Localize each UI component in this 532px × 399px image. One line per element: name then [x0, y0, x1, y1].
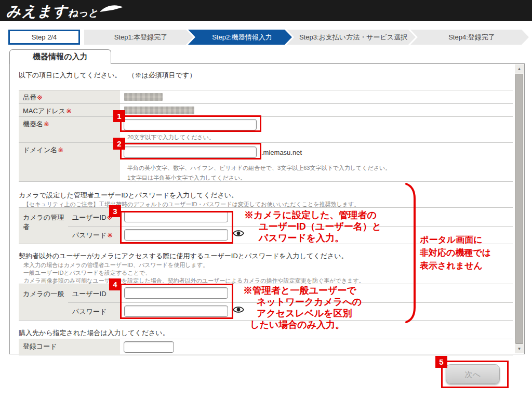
admin-group-label: カメラの管理者 [19, 208, 68, 244]
general-password-input[interactable] [124, 305, 228, 317]
device-name-label: 機器名※ [19, 117, 120, 142]
vertical-scrollbar[interactable]: ▲ ▼ [515, 64, 524, 353]
logo-swoosh-icon [99, 3, 123, 15]
step2-tab-active: Step2:機器情報入力 [188, 30, 292, 45]
required-mark: ※ [44, 120, 49, 128]
domain-helper-2: 1文字目は半角英小文字で入力してください。 [127, 174, 246, 182]
general-password-eye-icon[interactable] [233, 305, 244, 314]
scroll-up-arrow-icon[interactable]: ▲ [515, 64, 524, 73]
model-number-masked-value [124, 93, 163, 101]
step3-tab: Step3:お支払い方法・サービス選択 [287, 30, 416, 45]
step1-tab: Step1:本登録完了 [84, 30, 193, 45]
domain-suffix: .miemasu.net [261, 149, 302, 156]
annotation-badge-2: 2 [113, 138, 125, 150]
table-row-domain-name: ドメイン名※ .miemasu.net 半角の英小文字、数字、ハイフン、ピリオド… [19, 142, 513, 181]
table-row-model-number: 品番※ [19, 90, 513, 103]
general-note-2: 一般ユーザーIDとパスワードを設定することで、 [23, 269, 151, 277]
model-number-label: 品番※ [19, 90, 120, 103]
table-row-reg-code: 登録コード [19, 339, 513, 355]
general-section-heading: 契約者以外のユーザーがカメラにアクセスする際に使用するユーザーIDとパスワードを… [19, 251, 348, 261]
scrollbar-thumb[interactable] [515, 74, 523, 344]
step4-tab: Step4:登録完了 [410, 30, 529, 45]
step-progress-indicator: Step 2/4 [8, 30, 80, 45]
domain-name-input[interactable] [124, 147, 257, 158]
general-group-label: カメラの一般 [19, 284, 68, 320]
general-user-id-input[interactable] [124, 287, 228, 299]
admin-section-heading: カメラで設定した管理者ユーザーIDとパスワードを入力してください。 [19, 191, 238, 200]
device-name-helper: 20文字以下で入力してください。 [127, 134, 215, 141]
next-button[interactable]: 次へ [446, 364, 500, 384]
reg-code-input[interactable] [124, 341, 174, 353]
miemasu-net-logo: みえますねっと [6, 2, 123, 21]
admin-password-input[interactable] [124, 229, 228, 241]
reg-code-label: 登録コード [19, 339, 120, 355]
table-row-mac-address: MACアドレス※ [19, 103, 513, 116]
admin-user-id-input[interactable] [124, 211, 228, 222]
top-header-bar: みえますねっと [0, 0, 532, 21]
domain-helper-1: 半角の英小文字、数字、ハイフン、ピリオドの組合せで、3文字以上63文字以下で入力… [127, 164, 391, 172]
device-info-table: 品番※ MACアドレス※ 機器名※ 20文字以下で入力してください。 ドメイン名… [19, 90, 513, 182]
general-credentials-annotation: ※管理者と一般ユーザーで ネットワークカメラへの アクセスレベルを区別 したい場… [243, 285, 362, 330]
annotation-badge-1: 1 [113, 110, 125, 122]
admin-password-eye-icon[interactable] [233, 229, 244, 237]
logo-text-sub: ねっと [68, 7, 98, 18]
annotation-badge-5: 5 [435, 356, 447, 368]
logo-text-main: みえます [6, 3, 68, 19]
reg-code-table: 登録コード [19, 339, 513, 355]
annotation-bracket [404, 182, 418, 326]
admin-credentials-annotation: ※カメラに設定した、管理者の ユーザーID（ユーザー名）と パスワードを入力。 [244, 209, 381, 244]
step-progress-bar: Step 2/4 Step1:本登録完了 Step2:機器情報入力 Step3:… [8, 30, 529, 45]
general-note-1: 未入力の場合はカメラの管理者ユーザーID、パスワードを使用します。 [23, 261, 208, 269]
device-registration-page: { "header": { "logo_main": "みえます", "logo… [0, 0, 532, 399]
general-password-label: パスワード [68, 302, 120, 320]
portal-incompatible-annotation: ポータル画面に 非対応の機種では 表示されません [420, 233, 491, 272]
form-instruction: 以下の項目に入力してください。 （※は必須項目です） [19, 71, 196, 80]
required-mark: ※ [107, 231, 113, 239]
table-row-device-name: 機器名※ 20文字以下で入力してください。 [19, 116, 513, 142]
required-mark: ※ [37, 94, 43, 101]
scroll-down-arrow-icon[interactable]: ▼ [515, 344, 524, 353]
admin-password-label: パスワード※ [68, 226, 120, 244]
annotation-badge-4: 4 [109, 278, 121, 290]
annotation-badge-3: 3 [109, 205, 121, 217]
domain-name-label: ドメイン名※ [19, 143, 120, 181]
mac-address-masked-value [124, 107, 194, 114]
required-mark: ※ [58, 146, 63, 154]
tab-device-info-input[interactable]: 機器情報の入力 [9, 49, 111, 64]
mac-address-label: MACアドレス※ [19, 104, 120, 116]
device-name-input[interactable] [124, 119, 257, 130]
reg-code-section-heading: 購入先から指定された場合は入力してください。 [19, 328, 169, 338]
required-mark: ※ [66, 107, 72, 115]
